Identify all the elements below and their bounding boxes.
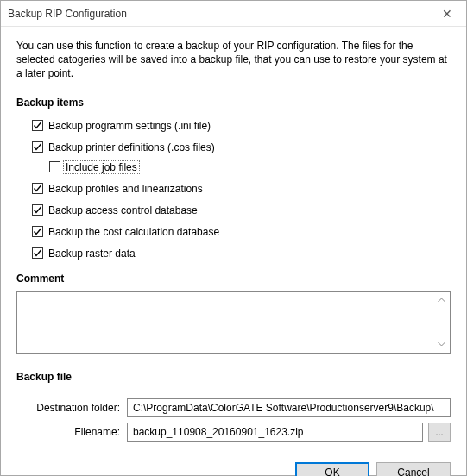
button-label: OK — [325, 467, 339, 476]
checkbox-icon — [49, 161, 60, 172]
check-cost-calculation[interactable]: Backup the cost calculation database — [32, 226, 451, 238]
dialog-content: You can use this function to create a ba… — [1, 27, 466, 452]
check-access-control[interactable]: Backup access control database — [32, 204, 451, 216]
scroll-down-icon[interactable] — [435, 338, 448, 351]
close-icon: ✕ — [442, 7, 452, 21]
check-printer-definitions[interactable]: Backup printer definitions (.cos files) — [32, 141, 451, 153]
ellipsis-icon: ... — [435, 427, 443, 437]
checkbox-icon — [32, 120, 43, 131]
dialog-window: Backup RIP Configuration ✕ You can use t… — [0, 0, 467, 476]
filename-label: Filename: — [23, 426, 127, 438]
close-button[interactable]: ✕ — [427, 1, 466, 26]
backup-file-heading: Backup file — [16, 371, 451, 383]
intro-text: You can use this function to create a ba… — [16, 39, 451, 81]
comment-heading: Comment — [16, 272, 451, 285]
checkbox-icon — [32, 226, 43, 237]
checkbox-icon — [32, 247, 43, 259]
check-include-job-files[interactable]: Include job files — [49, 161, 451, 173]
comment-textarea[interactable] — [16, 291, 451, 354]
check-raster-data[interactable]: Backup raster data — [32, 247, 451, 260]
checkbox-label: Backup programm settings (.ini file) — [47, 120, 212, 132]
title-bar: Backup RIP Configuration ✕ — [1, 1, 466, 27]
backup-file-fields: Destination folder: Filename: ... — [16, 393, 451, 447]
checkbox-label: Backup printer definitions (.cos files) — [47, 141, 217, 153]
dialog-button-row: OK Cancel — [1, 452, 466, 476]
checkbox-label: Backup access control database — [47, 204, 199, 216]
check-profiles[interactable]: Backup profiles and linearizations — [32, 183, 451, 195]
checkbox-label: Backup profiles and linearizations — [47, 183, 205, 195]
checkbox-label: Backup the cost calculation database — [47, 226, 221, 238]
checkbox-icon — [32, 204, 43, 216]
backup-items-heading: Backup items — [16, 97, 451, 109]
button-label: Cancel — [397, 467, 429, 476]
scroll-up-icon[interactable] — [435, 294, 448, 307]
checkbox-icon — [32, 141, 43, 153]
backup-items-list: Backup programm settings (.ini file) Bac… — [16, 116, 451, 269]
destination-folder-row: Destination folder: — [23, 398, 451, 417]
check-program-settings[interactable]: Backup programm settings (.ini file) — [32, 120, 451, 132]
destination-folder-input[interactable] — [127, 398, 451, 417]
filename-row: Filename: ... — [23, 423, 451, 442]
cancel-button[interactable]: Cancel — [376, 462, 451, 476]
window-title: Backup RIP Configuration — [8, 8, 127, 20]
checkbox-label: Include job files — [64, 161, 139, 173]
checkbox-label: Backup raster data — [47, 247, 137, 260]
filename-input[interactable] — [127, 423, 423, 442]
checkbox-icon — [32, 183, 43, 194]
destination-folder-label: Destination folder: — [23, 402, 127, 414]
browse-button[interactable]: ... — [428, 423, 451, 442]
ok-button[interactable]: OK — [295, 462, 369, 476]
